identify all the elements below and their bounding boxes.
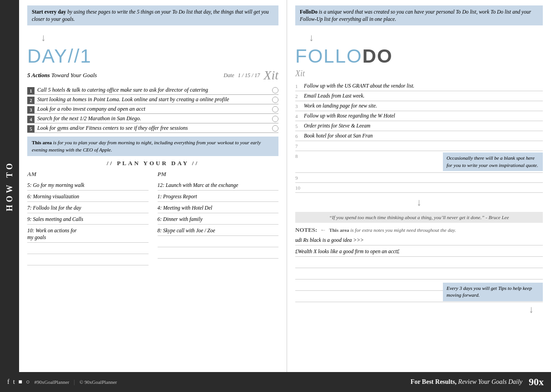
blank-spot-text: Occasionally there will be a blank spot … [447, 155, 538, 167]
date-value: 1 / 15 / 17 [238, 72, 260, 79]
plan-heading: // PLAN YOUR DAY // [27, 160, 278, 167]
followup-item-9: 9 [295, 173, 543, 183]
action-item-5: 5 Look for gyms and/or Fitness centers t… [27, 124, 278, 133]
arrow-down-right: ↓ [295, 32, 543, 44]
note-line-2: £Wealth X looks like a good firm to open… [295, 247, 543, 257]
arrow-down-quote: ↓ [295, 196, 543, 208]
am-pm-grid: AM 5: Go for my morning walk 6: Morning … [27, 171, 278, 267]
facebook-icon: f [7, 378, 10, 386]
tagline-rest: Review Your Goals Daily [457, 378, 522, 385]
followup-item-8: 8 Occasionally there will be a blank spo… [295, 151, 543, 173]
follodo-intro-text: is a unique word that was created so you… [300, 9, 531, 22]
sidebar: HOW TO [0, 0, 19, 372]
followup-text-4: Follow up with Rose regarding the W Hote… [304, 113, 543, 119]
action-text-3: Look for a robo invest company and open … [37, 105, 269, 113]
action-text-1: Call 5 hotels & talk to catering office … [37, 86, 269, 94]
followup-item-2: 2 Email Leads from Last week. [295, 91, 543, 101]
notes-desc-bold: This area [329, 227, 349, 233]
five-bold: 5 Actions [27, 72, 50, 78]
action-circle-5 [272, 125, 278, 132]
this-area-bold: This area [32, 140, 52, 145]
pm-entry-1: 12: Launch with Marc at the exchange [158, 181, 279, 191]
sidebar-label: HOW TO [5, 161, 15, 211]
pm-label: PM [158, 171, 279, 178]
notes-label-row: NOTES: ← This area is for extra notes yo… [295, 226, 543, 234]
action-num-4: 4 [27, 116, 35, 123]
action-circle-3 [272, 106, 278, 113]
footer-left: f t ■ ○ #90xGoalPlanner | © 90xGoalPlann… [7, 378, 117, 386]
followup-item-4: 4 Follow up with Rose regarding the W Ho… [295, 111, 543, 121]
plan-heading-text: // PLAN YOUR DAY // [107, 160, 199, 167]
followup-num-3: 3 [295, 103, 302, 109]
followup-num-7: 7 [295, 143, 302, 149]
xit-sub: Xit [295, 69, 543, 78]
followup-text-3: Work on landing page for new site. [304, 103, 543, 109]
followup-text-5: Order prints for Steve & Leeam [304, 122, 543, 129]
followup-list: 1 Follow up with the US GRANT about the … [295, 81, 543, 193]
action-circle-1 [272, 87, 278, 93]
xit-logo: Xit [263, 68, 278, 83]
five-actions-row: 5 Actions Toward Your Goals Date 1 / 15 … [27, 68, 278, 83]
follodo-heading: FOLLODO [295, 45, 543, 67]
footer-hashtag: #90xGoalPlanner [35, 379, 69, 385]
followup-num-5: 5 [295, 123, 302, 129]
tagline-bold: For Best Results, [411, 378, 457, 385]
tips-note-text: Every 3 days you will get Tips to help k… [447, 285, 532, 298]
notes-desc-text: is for extra notes you might need throug… [349, 227, 456, 233]
tips-note: Every 3 days you will get Tips to help k… [443, 283, 543, 301]
note-empty-2 [295, 270, 543, 279]
left-panel: Start every day by using these pages to … [19, 0, 287, 372]
date-label: Date [223, 72, 234, 79]
this-area-text: is for you to plan your day from morning… [32, 140, 261, 152]
action-num-1: 1 [27, 87, 35, 94]
action-item-3: 3 Look for a robo invest company and ope… [27, 105, 278, 114]
intro-text: by using these pages to write the 5 thin… [32, 9, 269, 22]
footer-tagline: For Best Results, Review Your Goals Dail… [411, 378, 522, 386]
am-entry-5: 10: Work on actions formy goals [27, 226, 149, 243]
blank-spot-note: Occasionally there will be a blank spot … [443, 152, 543, 171]
notes-desc: This area is for extra notes you might n… [329, 227, 456, 233]
pinterest-icon: ○ [26, 378, 30, 386]
notes-arrow-icon: ← [320, 226, 326, 234]
main-content: Start every day by using these pages to … [19, 0, 551, 372]
am-entry-1: 5: Go for my morning walk [27, 181, 149, 191]
action-circle-4 [272, 116, 278, 122]
followup-num-6: 6 [295, 133, 302, 139]
followup-text-2: Email Leads from Last week. [304, 93, 543, 99]
footer-copyright: © 90xGoalPlanner [79, 379, 117, 385]
action-text-2: Start looking at homes in Point Loma. Lo… [37, 96, 269, 103]
day-heading: DAY//1 [27, 45, 278, 67]
pm-entry-6 [158, 237, 279, 247]
pm-entry-4: 6: Dinner with family [158, 215, 279, 225]
followup-text-1: Follow up with the US GRANT about the ve… [304, 83, 543, 89]
pm-entry-3: 4: Meeting with Hotel Del [158, 203, 279, 213]
followup-num-1: 1 [295, 83, 302, 89]
note-empty-3: Every 3 days you will get Tips to help k… [295, 281, 543, 291]
follodo-bold-part: DO [362, 45, 393, 67]
right-intro-box: FolloDo is a unique word that was create… [295, 5, 543, 25]
note-line-1: udi Rs black is a good idea >>> [295, 235, 543, 245]
followup-item-10: 10 [295, 183, 543, 193]
am-entry-3: 7: Follodo list for the day [27, 203, 149, 213]
this-area-box: This area is for you to plan your day fr… [27, 137, 278, 156]
action-text-5: Look for gyms and/or Fitness centers to … [37, 124, 269, 132]
action-num-2: 2 [27, 97, 35, 104]
day-text: DAY//1 [27, 45, 92, 67]
pm-entry-7 [158, 249, 279, 259]
action-item-4: 4 Search for the next 1/2 Marathon in Sa… [27, 115, 278, 123]
action-num-5: 5 [27, 125, 35, 132]
pm-entry-2: 1: Progress Report [158, 192, 279, 202]
am-entry-7 [27, 255, 149, 265]
am-entry-4: 9: Sales meeting and Calls [27, 215, 149, 225]
note-empty-1 [295, 258, 543, 268]
intro-bold: Start every day [32, 9, 66, 15]
action-circle-2 [272, 97, 278, 103]
pm-column: PM 12: Launch with Marc at the exchange … [158, 171, 279, 267]
five-sub: Toward Your Goals [51, 72, 97, 78]
twitter-icon: t [13, 378, 15, 386]
am-entry-2: 6: Morning visualization [27, 192, 149, 202]
followup-item-6: 6 Book hotel for shoot at San Fran [295, 131, 543, 141]
action-item-2: 2 Start looking at homes in Point Loma. … [27, 96, 278, 104]
footer-logo: 90x [529, 376, 544, 388]
action-list: 1 Call 5 hotels & talk to catering offic… [27, 86, 278, 133]
